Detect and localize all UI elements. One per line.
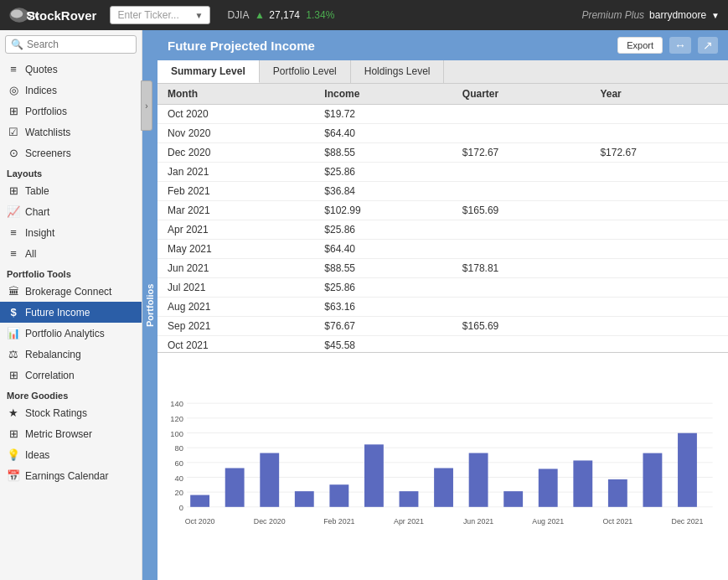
cell-income: $25.86 xyxy=(314,220,452,240)
sidebar: 🔍 ≡ Quotes ◎ Indices ⊞ Portfolios ☑ Watc… xyxy=(0,30,142,580)
sidebar-item-label: Rebalancing xyxy=(25,349,81,360)
brokerage-icon: 🏛 xyxy=(7,285,20,298)
cell-income: $64.40 xyxy=(314,124,452,143)
tab-bar: Summary Level Portfolio Level Holdings L… xyxy=(157,60,728,84)
sidebar-item-label: Quotes xyxy=(25,64,58,75)
topbar: StockRover StockRover Enter Ticker... ▼ … xyxy=(0,0,728,30)
svg-rect-26 xyxy=(434,468,453,506)
cell-month: Oct 2020 xyxy=(157,105,314,124)
col-month: Month xyxy=(157,84,314,105)
sidebar-item-all[interactable]: ≡ All xyxy=(0,243,142,264)
cell-month: Aug 2021 xyxy=(157,298,314,317)
cell-month: Apr 2021 xyxy=(157,220,314,240)
indices-icon: ◎ xyxy=(7,84,20,96)
tab-holdings-level[interactable]: Holdings Level xyxy=(351,60,445,83)
svg-text:60: 60 xyxy=(174,459,183,468)
cell-quarter xyxy=(452,336,591,353)
cell-quarter xyxy=(452,182,591,201)
svg-rect-30 xyxy=(573,460,592,506)
svg-text:Oct 2020: Oct 2020 xyxy=(185,517,215,526)
income-bar-chart: 140 120 100 80 60 40 20 0 xyxy=(164,360,721,573)
search-input[interactable] xyxy=(27,39,131,50)
sidebar-item-stock-ratings[interactable]: ★ Stock Ratings xyxy=(0,402,142,423)
sidebar-item-watchlists[interactable]: ☑ Watchlists xyxy=(0,122,142,142)
income-table: Month Income Quarter Year Oct 2020$19.72… xyxy=(157,84,728,352)
cell-quarter: $172.67 xyxy=(452,143,591,163)
cell-income: $88.55 xyxy=(314,143,452,163)
cell-income: $102.99 xyxy=(314,201,452,220)
cell-year xyxy=(590,124,728,143)
cell-income: $76.67 xyxy=(314,317,452,336)
chart-icon: 📈 xyxy=(7,205,20,218)
cell-year xyxy=(590,298,728,317)
svg-text:Jun 2021: Jun 2021 xyxy=(463,517,493,526)
sidebar-item-rebalancing[interactable]: ⚖ Rebalancing xyxy=(0,344,142,365)
sidebar-item-portfolio-analytics[interactable]: 📊 Portfolio Analytics xyxy=(0,323,142,344)
sidebar-item-label: Screeners xyxy=(25,148,71,159)
sidebar-item-brokerage-connect[interactable]: 🏛 Brokerage Connect xyxy=(0,281,142,302)
cell-quarter xyxy=(452,298,591,317)
sidebar-item-ideas[interactable]: 💡 Ideas xyxy=(0,444,142,465)
ticker-dropdown-icon[interactable]: ▼ xyxy=(194,11,203,20)
cell-month: Mar 2021 xyxy=(157,201,314,220)
sidebar-item-quotes[interactable]: ≡ Quotes xyxy=(0,59,142,80)
cell-month: Feb 2021 xyxy=(157,182,314,201)
svg-text:80: 80 xyxy=(174,444,183,453)
ideas-icon: 💡 xyxy=(7,448,20,461)
cell-year xyxy=(590,182,728,201)
svg-rect-31 xyxy=(608,479,627,507)
cell-year xyxy=(590,105,728,124)
sidebar-item-chart[interactable]: 📈 Chart xyxy=(0,201,142,222)
table-row: Apr 2021$25.86 xyxy=(157,220,728,240)
income-table-container: Month Income Quarter Year Oct 2020$19.72… xyxy=(157,84,728,352)
cell-quarter xyxy=(452,124,591,143)
cell-year xyxy=(590,163,728,182)
table-row: Feb 2021$36.84 xyxy=(157,182,728,201)
svg-text:Feb 2021: Feb 2021 xyxy=(323,517,354,526)
external-link-button[interactable]: ↗ xyxy=(698,37,718,54)
portfolios-icon: ⊞ xyxy=(7,105,20,117)
sidebar-item-insight[interactable]: ≡ Insight xyxy=(0,222,142,243)
sidebar-item-table[interactable]: ⊞ Table xyxy=(0,180,142,201)
svg-text:140: 140 xyxy=(170,400,183,408)
djia-change: 1.34% xyxy=(306,9,334,21)
export-button[interactable]: Export xyxy=(617,37,663,54)
table-row: Sep 2021$76.67$165.69 xyxy=(157,317,728,336)
search-box[interactable]: 🔍 xyxy=(5,35,137,54)
svg-rect-29 xyxy=(539,469,558,506)
tab-summary-level[interactable]: Summary Level xyxy=(157,60,260,83)
svg-text:0: 0 xyxy=(179,504,183,512)
sidebar-collapse-handle[interactable]: › xyxy=(141,80,152,131)
plan-label: Premium Plus xyxy=(581,9,644,21)
sidebar-item-earnings-calendar[interactable]: 📅 Earnings Calendar xyxy=(0,465,142,486)
sidebar-item-label: Portfolios xyxy=(25,106,67,117)
sidebar-item-label: Correlation xyxy=(25,370,75,381)
content-header: Future Projected Income Export ↔ ↗ xyxy=(157,30,728,60)
cell-quarter xyxy=(452,220,591,240)
svg-rect-33 xyxy=(678,433,697,507)
djia-arrow: ▲ xyxy=(255,9,265,21)
svg-rect-27 xyxy=(469,453,488,506)
cell-quarter: $178.81 xyxy=(452,259,591,278)
svg-rect-23 xyxy=(329,484,349,507)
search-icon: 🔍 xyxy=(11,39,23,50)
content-title: Future Projected Income xyxy=(168,39,315,53)
svg-text:100: 100 xyxy=(170,430,183,438)
portfolios-tab-label: Portfolios xyxy=(145,283,155,326)
expand-button[interactable]: ↔ xyxy=(669,37,691,54)
sidebar-item-screeners[interactable]: ⊙ Screeners xyxy=(0,142,142,163)
sidebar-item-future-income[interactable]: $ Future Income xyxy=(0,302,142,323)
sidebar-item-metric-browser[interactable]: ⊞ Metric Browser xyxy=(0,423,142,444)
tab-portfolio-level[interactable]: Portfolio Level xyxy=(260,60,351,83)
user-dropdown-icon[interactable]: ▼ xyxy=(711,11,720,20)
cell-quarter xyxy=(452,163,591,182)
rebalancing-icon: ⚖ xyxy=(7,348,20,360)
sidebar-item-portfolios[interactable]: ⊞ Portfolios xyxy=(0,101,142,122)
col-income: Income xyxy=(314,84,452,105)
sidebar-item-indices[interactable]: ◎ Indices xyxy=(0,80,142,101)
cell-year xyxy=(590,278,728,298)
more-goodies-label: More Goodies xyxy=(0,386,142,402)
all-icon: ≡ xyxy=(7,247,20,260)
ticker-input[interactable]: Enter Ticker... ▼ xyxy=(110,6,210,24)
sidebar-item-correlation[interactable]: ⊞ Correlation xyxy=(0,365,142,386)
